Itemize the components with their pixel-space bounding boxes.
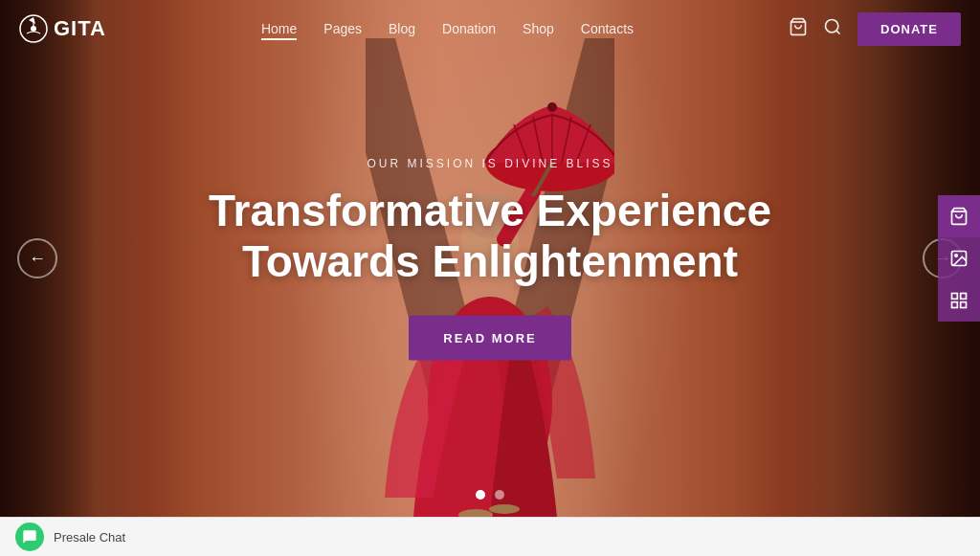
nav-item-blog[interactable]: Blog — [389, 20, 415, 37]
nav-item-donation[interactable]: Donation — [442, 20, 496, 37]
svg-point-12 — [547, 102, 557, 112]
nav-actions: DONATE — [789, 12, 961, 46]
donate-button[interactable]: DONATE — [858, 12, 961, 46]
cart-widget-button[interactable] — [938, 195, 980, 237]
cart-icon-button[interactable] — [789, 17, 808, 41]
site-logo[interactable]: GITA — [19, 14, 106, 43]
nav-links: Home Pages Blog Donation Shop Contacts — [261, 20, 634, 37]
slider-prev-button[interactable]: ← — [17, 238, 57, 278]
hero-title: Transformative Experience Towards Enligh… — [203, 186, 777, 287]
hero-section: GITA Home Pages Blog Donation Shop Conta… — [0, 0, 980, 517]
svg-rect-23 — [952, 294, 958, 300]
svg-point-19 — [826, 19, 838, 32]
chat-bubble[interactable]: Presale Chat — [15, 523, 125, 551]
slide-dots — [476, 490, 504, 500]
hero-subtitle: OUR MISSION IS DIVINE BLISS — [203, 157, 777, 170]
menu-widget-button[interactable] — [938, 279, 980, 322]
logo-icon — [19, 14, 48, 43]
nav-item-contacts[interactable]: Contacts — [581, 20, 634, 37]
search-icon-button[interactable] — [823, 17, 842, 41]
slide-dot-1[interactable] — [476, 490, 485, 500]
svg-rect-24 — [961, 294, 967, 300]
footer-bar: Presale Chat — [0, 517, 980, 556]
nav-item-home[interactable]: Home — [261, 20, 297, 37]
gallery-widget-button[interactable] — [938, 237, 980, 279]
hero-content: OUR MISSION IS DIVINE BLISS Transformati… — [203, 157, 777, 361]
side-widgets — [938, 195, 980, 322]
nav-item-shop[interactable]: Shop — [523, 20, 554, 37]
logo-text: GITA — [54, 16, 106, 41]
svg-rect-25 — [952, 302, 958, 308]
slide-dot-2[interactable] — [495, 490, 504, 500]
svg-point-15 — [489, 504, 520, 514]
navbar: GITA Home Pages Blog Donation Shop Conta… — [0, 0, 980, 57]
svg-point-22 — [955, 255, 958, 257]
chat-label: Presale Chat — [54, 530, 125, 545]
svg-point-17 — [31, 26, 36, 32]
read-more-button[interactable]: READ MORE — [409, 315, 570, 360]
svg-rect-26 — [961, 302, 967, 308]
chat-icon — [15, 523, 44, 551]
nav-item-pages[interactable]: Pages — [323, 20, 362, 37]
